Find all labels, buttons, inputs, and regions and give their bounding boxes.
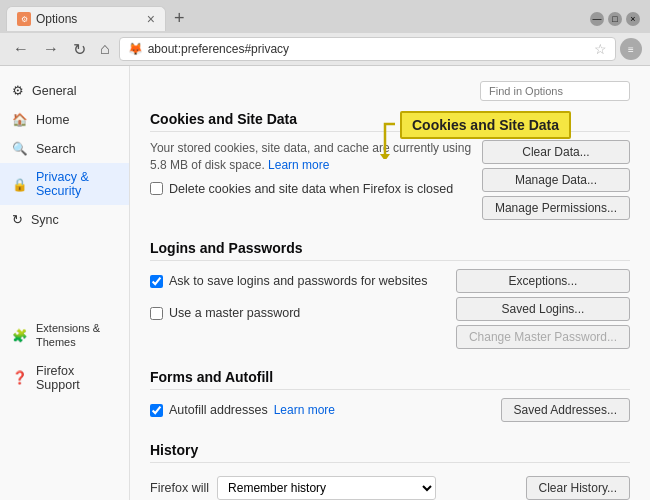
history-dropdown[interactable]: Remember history Never remember history … <box>217 476 436 500</box>
firefox-will-label: Firefox will <box>150 481 209 495</box>
exceptions-button[interactable]: Exceptions... <box>456 269 630 293</box>
support-icon: ❓ <box>12 370 28 385</box>
content-wrapper: Cookies and Site Data Cookies and Site D… <box>150 111 630 500</box>
forward-button[interactable]: → <box>38 38 64 60</box>
sidebar-item-search-label: Search <box>36 142 76 156</box>
logins-section: Logins and Passwords Ask to save logins … <box>150 240 630 349</box>
forms-section-title: Forms and Autofill <box>150 369 630 390</box>
sidebar-item-privacy[interactable]: 🔒 Privacy & Security <box>0 163 129 205</box>
sidebar-item-support-label: Firefox Support <box>36 364 117 392</box>
autofill-addresses-checkbox[interactable] <box>150 404 163 417</box>
navigation-bar: ← → ↻ ⌂ 🦊 ☆ ≡ <box>0 33 650 65</box>
ask-save-logins-checkbox-row: Ask to save logins and passwords for web… <box>150 274 446 288</box>
saved-logins-button[interactable]: Saved Logins... <box>456 297 630 321</box>
master-password-checkbox[interactable] <box>150 307 163 320</box>
main-container: ⚙ General 🏠 Home 🔍 Search 🔒 Privacy & Se… <box>0 66 650 500</box>
sidebar-item-sync-label: Sync <box>31 213 59 227</box>
delete-cookies-checkbox-row: Delete cookies and site data when Firefo… <box>150 182 472 196</box>
manage-permissions-button[interactable]: Manage Permissions... <box>482 196 630 220</box>
general-icon: ⚙ <box>12 83 24 98</box>
lock-icon: 🔒 <box>12 177 28 192</box>
new-tab-button[interactable]: + <box>166 4 193 33</box>
clear-data-button[interactable]: Clear Data... <box>482 140 630 164</box>
sidebar-item-general[interactable]: ⚙ General <box>0 76 129 105</box>
autofill-checkbox-row: Autofill addresses Learn more <box>150 403 335 417</box>
bookmark-star-icon[interactable]: ☆ <box>594 41 607 57</box>
toolbar-icon-1[interactable]: ≡ <box>620 38 642 60</box>
sidebar-item-general-label: General <box>32 84 76 98</box>
manage-data-button[interactable]: Manage Data... <box>482 168 630 192</box>
active-tab[interactable]: ⚙ Options × <box>6 6 166 31</box>
url-bar[interactable]: 🦊 ☆ <box>119 37 616 61</box>
find-in-options-input[interactable] <box>480 81 630 101</box>
cookies-learn-more-link[interactable]: Learn more <box>268 158 329 172</box>
clear-history-button[interactable]: Clear History... <box>526 476 630 500</box>
sidebar: ⚙ General 🏠 Home 🔍 Search 🔒 Privacy & Se… <box>0 66 130 500</box>
history-section-title: History <box>150 442 630 463</box>
sidebar-item-home-label: Home <box>36 113 69 127</box>
tab-favicon: ⚙ <box>17 12 31 26</box>
home-button[interactable]: ⌂ <box>95 38 115 60</box>
sidebar-item-sync[interactable]: ↻ Sync <box>0 205 129 234</box>
autofill-addresses-label: Autofill addresses <box>169 403 268 417</box>
cookies-section-desc: Your stored cookies, site data, and cach… <box>150 140 472 174</box>
url-input[interactable] <box>148 42 589 56</box>
sidebar-item-extensions-label: Extensions & Themes <box>36 321 117 350</box>
toolbar-icons: ≡ <box>620 38 642 60</box>
ask-save-logins-label: Ask to save logins and passwords for web… <box>169 274 427 288</box>
refresh-button[interactable]: ↻ <box>68 38 91 61</box>
master-password-label: Use a master password <box>169 306 300 320</box>
autofill-learn-more-link[interactable]: Learn more <box>274 403 335 417</box>
delete-cookies-checkbox[interactable] <box>150 182 163 195</box>
sync-icon: ↻ <box>12 212 23 227</box>
sidebar-item-home[interactable]: 🏠 Home <box>0 105 129 134</box>
sidebar-item-search[interactable]: 🔍 Search <box>0 134 129 163</box>
content-area: Cookies and Site Data Cookies and Site D… <box>130 66 650 500</box>
back-button[interactable]: ← <box>8 38 34 60</box>
close-button[interactable]: × <box>626 12 640 26</box>
minimize-button[interactable]: — <box>590 12 604 26</box>
tab-close-button[interactable]: × <box>147 12 155 26</box>
history-section: History Firefox will Remember history Ne… <box>150 442 630 500</box>
find-options-bar <box>150 81 630 101</box>
cookies-section-title: Cookies and Site Data <box>150 111 630 132</box>
home-icon: 🏠 <box>12 112 28 127</box>
saved-addresses-button[interactable]: Saved Addresses... <box>501 398 630 422</box>
delete-cookies-label: Delete cookies and site data when Firefo… <box>169 182 453 196</box>
browser-chrome: ⚙ Options × + — □ × ← → ↻ ⌂ 🦊 ☆ ≡ <box>0 0 650 66</box>
search-icon: 🔍 <box>12 141 28 156</box>
extensions-icon: 🧩 <box>12 328 28 343</box>
ask-save-logins-checkbox[interactable] <box>150 275 163 288</box>
history-field-row: Firefox will Remember history Never reme… <box>150 476 436 500</box>
change-master-password-button[interactable]: Change Master Password... <box>456 325 630 349</box>
tab-title: Options <box>36 12 142 26</box>
logins-section-title: Logins and Passwords <box>150 240 630 261</box>
cookies-section: Cookies and Site Data Your stored cookie… <box>150 111 630 220</box>
url-favicon-icon: 🦊 <box>128 42 143 56</box>
sidebar-item-support[interactable]: ❓ Firefox Support <box>0 357 129 399</box>
maximize-button[interactable]: □ <box>608 12 622 26</box>
forms-section: Forms and Autofill Autofill addresses Le… <box>150 369 630 422</box>
sidebar-item-extensions[interactable]: 🧩 Extensions & Themes <box>0 314 129 357</box>
sidebar-item-privacy-label: Privacy & Security <box>36 170 117 198</box>
master-password-checkbox-row: Use a master password <box>150 306 446 320</box>
